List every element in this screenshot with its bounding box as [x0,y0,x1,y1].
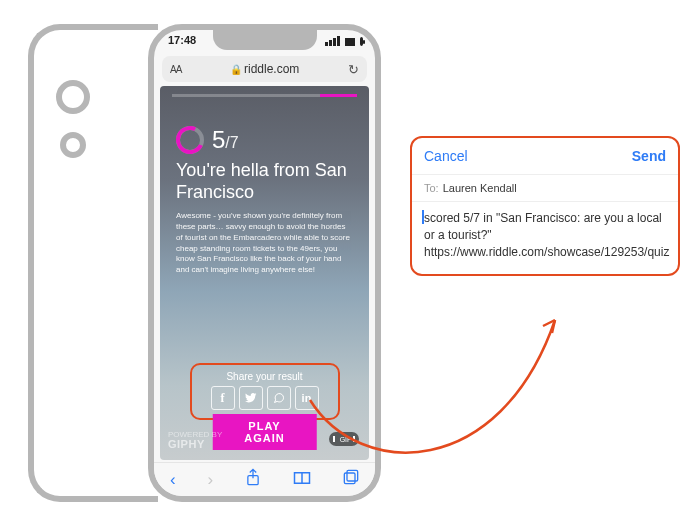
phone-rear-outline [28,24,158,502]
score-denominator: /7 [225,134,238,151]
phone-front: 17:48 AA 🔒riddle.com ↻ 5/7 You're hella … [148,24,381,502]
quiz-progress-bar [172,94,357,97]
battery-icon [360,37,363,46]
share-result-callout: Share your result f in [190,363,340,420]
text-size-button[interactable]: AA [170,64,181,75]
share-label: Share your result [192,371,338,382]
cell-signal-icon [325,36,363,46]
url-text: riddle.com [244,62,299,76]
linkedin-icon[interactable]: in [295,386,319,410]
safari-toolbar: ‹ › [154,462,375,496]
to-label: To: [424,182,439,194]
svg-rect-1 [347,470,358,481]
recipient-name: Lauren Kendall [443,182,517,194]
whatsapp-icon[interactable] [267,386,291,410]
send-button[interactable]: Send [632,148,666,164]
svg-rect-2 [344,473,355,484]
body-line-2: https://www.riddle.com/showcase/129253/q… [424,245,669,259]
camera-lens-large-icon [56,80,90,114]
mail-body[interactable]: scored 5/7 in "San Francisco: are you a … [412,202,678,274]
body-line-1: scored 5/7 in "San Francisco: are you a … [424,211,662,242]
score-numerator: 5 [212,126,225,153]
cancel-button[interactable]: Cancel [424,148,468,164]
play-again-button[interactable]: PLAY AGAIN [212,414,317,450]
reload-button[interactable]: ↻ [348,62,359,77]
back-button[interactable]: ‹ [170,470,176,490]
score-text: 5/7 [212,126,239,154]
share-button[interactable] [245,468,261,491]
lock-icon: 🔒 [230,64,242,75]
result-description: Awesome - you've shown you're definitely… [176,211,353,276]
twitter-icon[interactable] [239,386,263,410]
mail-compose-panel: Cancel Send To:Lauren Kendall scored 5/7… [410,136,680,276]
quiz-result-card: 5/7 You're hella from San Francisco Awes… [160,86,369,460]
gif-badge-icon[interactable]: GIF [329,432,359,446]
camera-lens-small-icon [60,132,86,158]
status-time: 17:48 [168,34,196,46]
notch-icon [213,30,317,50]
bookmarks-button[interactable] [293,470,311,490]
forward-button[interactable]: › [208,470,214,490]
address-bar[interactable]: AA 🔒riddle.com ↻ [162,56,367,82]
url-label: 🔒riddle.com [181,62,348,76]
to-field[interactable]: To:Lauren Kendall [412,174,678,202]
giphy-watermark: POWERED BYGIPHY [168,431,222,450]
facebook-icon[interactable]: f [211,386,235,410]
score-ring-icon [176,126,204,154]
text-cursor-icon [422,210,424,224]
result-headline: You're hella from San Francisco [176,160,353,203]
tabs-button[interactable] [343,469,359,490]
wifi-icon [345,38,355,46]
